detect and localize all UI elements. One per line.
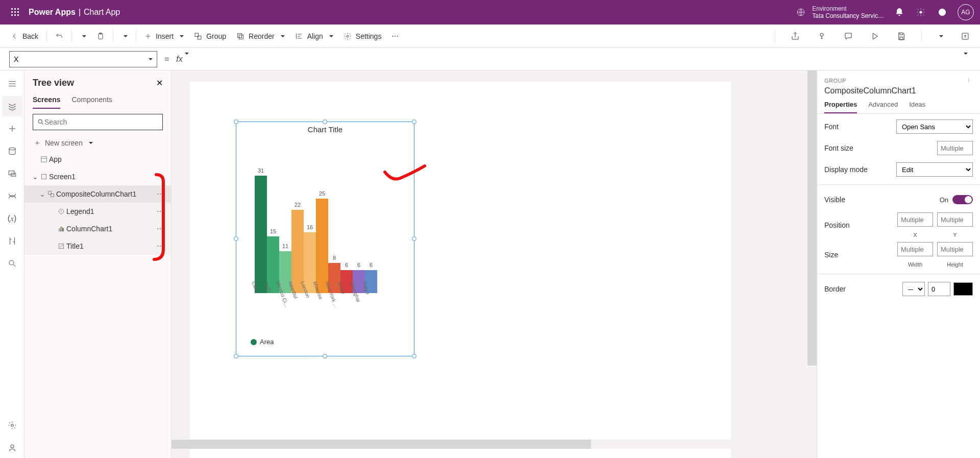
resize-handle[interactable] [234,119,238,124]
reorder-button[interactable]: Reorder [231,29,290,43]
environment-picker[interactable]: EnvironmentTata Consultancy Servic… [795,5,884,19]
size-w-input[interactable] [897,242,933,256]
tree-legend[interactable]: Legend1⋯ [24,203,171,220]
svg-point-10 [920,11,922,14]
overflow-button[interactable]: ⋯ [386,29,404,43]
settings-rail-icon[interactable] [2,415,22,436]
flows-rail-icon[interactable] [2,186,22,206]
resize-handle[interactable] [234,236,238,241]
border-style-select[interactable]: — [902,282,925,296]
variables-rail-icon[interactable]: (𝑥) [2,208,22,229]
resize-handle[interactable] [323,119,327,124]
settings-button[interactable]: Settings [338,29,387,43]
canvas-screen[interactable]: Chart Title 3115112216258666 CairoDelhiM… [190,82,731,458]
svg-rect-0 [11,8,13,10]
hamburger-icon[interactable] [2,74,22,94]
selection-box[interactable]: Chart Title 3115112216258666 CairoDelhiM… [236,122,414,356]
svg-rect-35 [62,228,63,231]
fx-label[interactable]: fx [176,55,188,64]
paste-button[interactable] [91,29,110,43]
search-input[interactable] [44,118,158,126]
canvas-area[interactable]: Chart Title 3115112216258666 CairoDelhiM… [172,70,817,458]
save-icon[interactable] [892,29,911,44]
bell-icon[interactable] [893,6,905,18]
tools-rail-icon[interactable] [2,231,22,251]
share-icon[interactable] [786,29,805,44]
expand-formula-icon[interactable] [958,55,972,64]
help-icon[interactable] [936,6,948,18]
save-dropdown[interactable] [932,32,948,40]
tree-title: Tree view [33,78,74,88]
insert-button[interactable]: Insert [139,29,189,43]
border-color-swatch[interactable] [953,282,973,296]
more-icon[interactable]: ⋯ [154,190,167,198]
undo-dropdown[interactable] [75,32,91,40]
pos-x-input[interactable] [897,212,933,227]
play-icon[interactable] [865,29,885,44]
pos-y-input[interactable] [937,212,973,227]
object-name: CompositeColumnChart1 [824,86,973,95]
media-rail-icon[interactable] [2,163,22,184]
waffle-icon[interactable] [6,3,24,21]
scrollbar-vertical[interactable] [807,70,817,449]
displaymode-select[interactable]: Edit [896,162,973,177]
paste-dropdown[interactable] [116,32,133,40]
more-icon[interactable]: ⋯ [154,225,167,233]
checker-icon[interactable] [812,29,831,44]
data-rail-icon[interactable] [2,141,22,161]
resize-handle[interactable] [412,236,416,241]
gear-icon[interactable] [915,6,927,18]
tree-search[interactable] [33,114,163,130]
tab-properties[interactable]: Properties [824,101,857,113]
undo-button[interactable] [50,29,68,43]
comments-icon[interactable] [839,29,858,44]
align-button[interactable]: Align [290,29,338,43]
tree-view-icon[interactable] [2,96,22,116]
tree-app[interactable]: App [24,151,171,168]
tree-title1[interactable]: Title1⋯ [24,237,171,255]
group-button[interactable]: Group [189,29,231,43]
tree-columnchart[interactable]: ColumnChart1⋯ [24,220,171,237]
resize-handle[interactable] [323,354,327,358]
fontsize-input[interactable] [937,141,973,155]
tab-components[interactable]: Components [71,92,112,109]
svg-point-18 [347,35,349,37]
property-selector[interactable]: X [9,51,157,67]
formula-input[interactable] [196,51,950,67]
close-icon[interactable]: ✕ [156,78,163,88]
scrollbar-horizontal[interactable] [172,440,817,449]
tree-composite-chart[interactable]: ⌄CompositeColumnChart1⋯ [24,185,171,203]
tab-ideas[interactable]: Ideas [909,101,925,113]
tab-advanced[interactable]: Advanced [868,101,898,113]
left-rail: (𝑥) [0,70,24,458]
user-avatar[interactable]: AG [958,4,974,20]
chevron-right-icon[interactable]: 〉 [967,77,973,84]
visible-toggle[interactable] [952,195,973,204]
object-type: GROUP〉 [824,77,973,84]
tree-screen1[interactable]: ⌄Screen1 [24,168,171,185]
back-button[interactable]: Back [5,29,43,43]
tree-panel: Tree view ✕ Screens Components ＋New scre… [24,70,172,458]
chart-legend: Area [251,338,274,346]
size-h-input[interactable] [937,242,973,256]
properties-panel: GROUP〉 CompositeColumnChart1 Properties … [817,70,980,458]
svg-point-26 [11,445,14,448]
font-select[interactable]: Open Sans [896,119,973,134]
more-icon[interactable]: ⋯ [154,207,167,215]
border-width-input[interactable] [928,282,950,296]
resize-handle[interactable] [412,354,416,358]
virtual-agent-icon[interactable] [2,438,22,458]
resize-handle[interactable] [234,354,238,358]
search-rail-icon[interactable] [2,253,22,274]
svg-rect-8 [17,14,19,16]
new-screen-button[interactable]: ＋New screen [24,135,171,151]
more-icon[interactable]: ⋯ [154,242,167,250]
svg-rect-22 [9,171,14,175]
insert-rail-icon[interactable] [2,118,22,139]
resize-handle[interactable] [412,119,416,124]
svg-point-27 [38,119,42,123]
svg-rect-33 [59,229,60,231]
svg-rect-34 [61,227,62,231]
publish-icon[interactable] [955,29,975,44]
tab-screens[interactable]: Screens [33,92,60,109]
